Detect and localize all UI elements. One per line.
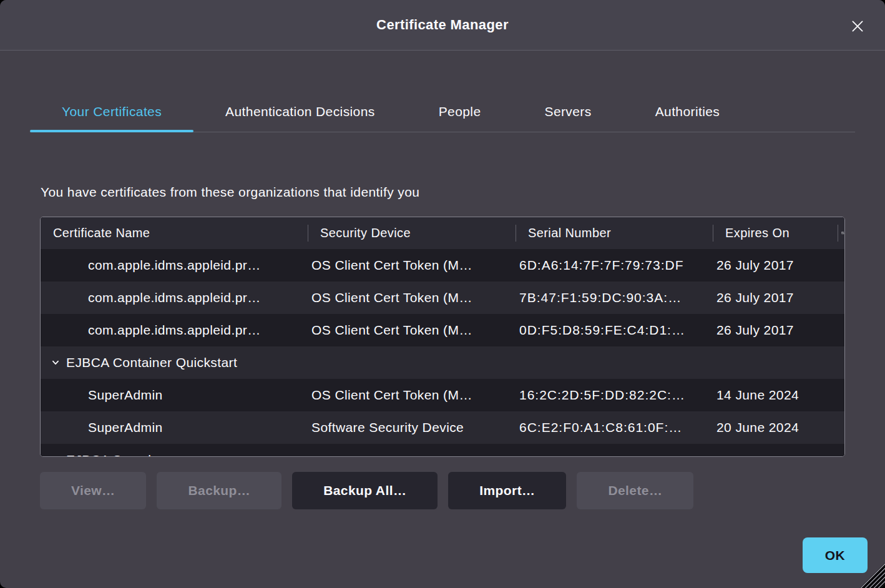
table-row[interactable]: SuperAdmin Software Security Device 6C:E… — [41, 411, 844, 444]
cell-security-device: OS Client Cert Token (M… — [308, 290, 516, 305]
cell-serial-number: 0D:F5:D8:59:FE:C4:D1:… — [516, 323, 713, 338]
table-group-row[interactable]: EJBCA Container Quickstart — [41, 346, 844, 379]
cell-security-device: OS Client Cert Token (M… — [308, 323, 516, 338]
close-button[interactable] — [849, 17, 866, 35]
cell-expires-on: 26 July 2017 — [713, 290, 838, 305]
cell-expires-on: 20 June 2024 — [713, 420, 838, 435]
column-header-expires-on[interactable]: Expires On — [713, 217, 838, 249]
cell-certificate-name: com.apple.idms.appleid.pr… — [41, 323, 308, 338]
chevron-down-icon[interactable] — [51, 456, 60, 457]
tab-your-certificates[interactable]: Your Certificates — [30, 83, 193, 132]
delete-button: Delete… — [577, 472, 693, 509]
tab-servers[interactable]: Servers — [512, 83, 623, 132]
cell-serial-number: 7B:47:F1:59:DC:90:3A:… — [516, 290, 713, 305]
cell-certificate-name: com.apple.idms.appleid.pr… — [41, 290, 308, 305]
table-row[interactable]: com.apple.idms.appleid.pr… OS Client Cer… — [41, 282, 844, 314]
cell-certificate-name: SuperAdmin — [41, 388, 308, 403]
certificate-manager-dialog: Certificate Manager Your Certificates Au… — [0, 0, 885, 588]
cell-certificate-name: com.apple.idms.appleid.pr… — [41, 258, 308, 273]
cell-serial-number: 6D:A6:14:7F:7F:79:73:DF — [516, 258, 713, 273]
tab-bar: Your Certificates Authentication Decisio… — [30, 83, 855, 132]
column-header-certificate-name[interactable]: Certificate Name — [41, 217, 308, 249]
close-icon — [849, 18, 866, 34]
column-header-serial-number[interactable]: Serial Number — [516, 217, 713, 249]
table-row[interactable]: SuperAdmin OS Client Cert Token (M… 16:2… — [41, 379, 844, 411]
dialog-title: Certificate Manager — [376, 17, 509, 33]
cell-serial-number: 6C:E2:F0:A1:C8:61:0F:… — [516, 420, 713, 435]
group-label: EJBCA Container Quickstart — [66, 355, 237, 370]
tab-authorities[interactable]: Authorities — [623, 83, 752, 132]
description-text: You have certificates from these organiz… — [41, 185, 844, 200]
group-label: EJBCA Sample — [66, 453, 159, 457]
column-picker-button[interactable] — [838, 217, 844, 249]
column-header-security-device[interactable]: Security Device — [308, 217, 516, 249]
cell-certificate-name: SuperAdmin — [41, 420, 308, 435]
certificates-table: Certificate Name Security Device Serial … — [40, 217, 845, 457]
backup-button: Backup… — [157, 472, 281, 509]
tab-people[interactable]: People — [407, 83, 513, 132]
view-button: View… — [40, 472, 146, 509]
action-button-row: View… Backup… Backup All… Import… Delete… — [40, 472, 845, 509]
table-group-row-clipped[interactable]: EJBCA Sample — [41, 444, 844, 457]
import-button[interactable]: Import… — [448, 472, 566, 509]
cell-serial-number: 16:2C:2D:5F:DD:82:2C:… — [516, 388, 713, 403]
backup-all-button[interactable]: Backup All… — [292, 472, 438, 509]
cell-expires-on: 26 July 2017 — [713, 323, 838, 338]
title-bar: Certificate Manager — [0, 0, 885, 51]
cell-expires-on: 14 June 2024 — [713, 388, 838, 403]
table-row[interactable]: com.apple.idms.appleid.pr… OS Client Cer… — [41, 249, 844, 282]
tab-authentication-decisions[interactable]: Authentication Decisions — [193, 83, 407, 132]
ok-button[interactable]: OK — [803, 537, 868, 573]
cell-security-device: OS Client Cert Token (M… — [308, 388, 516, 403]
cell-expires-on: 26 July 2017 — [713, 258, 838, 273]
chevron-down-icon[interactable] — [51, 358, 60, 367]
cell-security-device: OS Client Cert Token (M… — [308, 258, 516, 273]
table-header: Certificate Name Security Device Serial … — [41, 217, 844, 249]
table-row[interactable]: com.apple.idms.appleid.pr… OS Client Cer… — [41, 314, 844, 346]
column-picker-icon — [841, 228, 844, 238]
cell-security-device: Software Security Device — [308, 420, 516, 435]
